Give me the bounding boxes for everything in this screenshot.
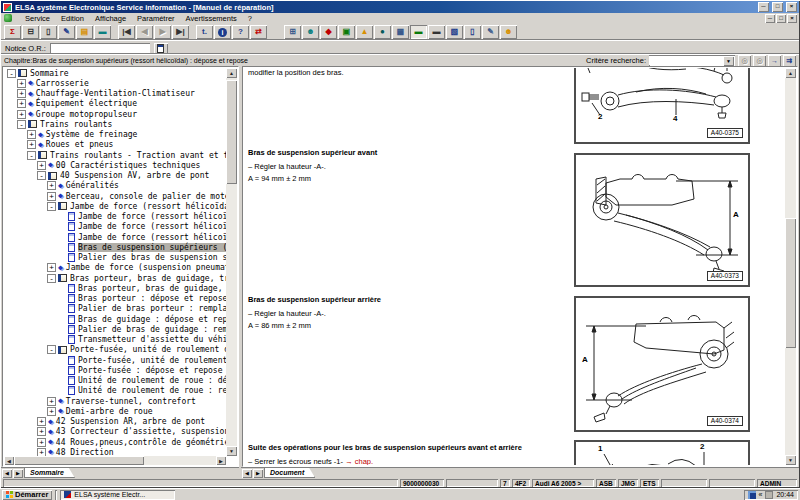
mdi-minimize-icon[interactable]: ─ xyxy=(765,14,775,23)
toolbar-customer-button[interactable]: ☻ xyxy=(302,25,319,39)
tree-item[interactable]: Unité de roulement de roue : rem xyxy=(4,386,226,396)
tree-item[interactable]: +◆Traverse-tunnel, contrefort xyxy=(4,396,226,406)
tree-item[interactable]: +◆Carrosserie xyxy=(4,78,226,88)
tree-item[interactable]: -Sommaire xyxy=(4,68,226,78)
document-vertical-scrollbar[interactable]: ▲ ▼ xyxy=(785,68,796,465)
tree-item[interactable]: +◆Berceau, console de palier de mote xyxy=(4,191,226,201)
document-scroll-thumb[interactable] xyxy=(785,218,796,348)
minimize-icon[interactable]: ─ xyxy=(758,2,769,12)
scroll-left-icon[interactable]: ◀ xyxy=(4,456,14,465)
tree-expand-toggle[interactable]: - xyxy=(47,274,56,283)
scroll-down-icon[interactable]: ▼ xyxy=(226,446,237,456)
tree-scroll-thumb[interactable] xyxy=(226,80,237,184)
search-combobox[interactable]: ▼ xyxy=(649,55,735,67)
tree-item[interactable]: Palier de bras de guidage : remp xyxy=(4,324,226,334)
toolbar-archive-button[interactable]: ▤ xyxy=(76,25,93,39)
tree-item[interactable]: +◆00 Caractéristiques techniques xyxy=(4,160,226,170)
tree-item[interactable]: +◆Généralités xyxy=(4,181,226,191)
toolbar-table-button[interactable]: ⊞ xyxy=(284,25,301,39)
tree-item[interactable]: -Trains roulants xyxy=(4,119,226,129)
tree-item[interactable]: Porte-fusée : dépose et repose xyxy=(4,365,226,375)
toolbar-vehicle-green-button[interactable]: ▬ xyxy=(410,25,427,39)
tree-expand-toggle[interactable]: + xyxy=(47,397,56,406)
tray-collapse-button[interactable]: « xyxy=(759,491,763,498)
tree-item[interactable]: -Porte-fusée, unité de roulement de xyxy=(4,345,226,355)
tree-item[interactable]: Jambe de force (ressort hélicoïd xyxy=(4,232,226,242)
tab-sommaire[interactable]: Sommaire xyxy=(24,468,75,478)
toolbar-monitor-button[interactable]: ▦ xyxy=(392,25,409,39)
toolbar-nav-prev-button[interactable]: ◀ xyxy=(136,25,153,39)
tree-expand-toggle[interactable]: + xyxy=(47,407,56,416)
toolbar-new-document-button[interactable]: ▯ xyxy=(40,25,57,39)
tree-item[interactable]: Bras de guidage : dépose et repo xyxy=(4,314,226,324)
search-goto-last-button[interactable]: ⇉ xyxy=(783,55,796,67)
toolbar-globe-button[interactable]: ● xyxy=(374,25,391,39)
scroll-down-icon[interactable]: ▼ xyxy=(785,455,796,465)
tree-expand-toggle[interactable]: + xyxy=(27,140,36,149)
tree-expand-toggle[interactable]: - xyxy=(47,202,56,211)
tree-item[interactable]: +◆Équipement électrique xyxy=(4,99,226,109)
tab-scroll-right-icon[interactable]: ▶ xyxy=(253,469,263,478)
tree-expand-toggle[interactable]: - xyxy=(7,69,16,78)
toolbar-nav-last-button[interactable]: ▶| xyxy=(172,25,189,39)
tree-item[interactable]: Bras porteur, bras de guidage, t xyxy=(4,283,226,293)
toolbar-page-button[interactable]: ▯ xyxy=(464,25,481,39)
menu-item-parametrer[interactable]: Paramétrer xyxy=(137,14,175,23)
tree-item[interactable]: Bras de suspension supérieurs (r xyxy=(4,242,226,252)
tree-expand-toggle[interactable]: + xyxy=(37,448,46,456)
tree-expand-toggle[interactable]: - xyxy=(47,345,56,354)
toolbar-info-button[interactable]: i xyxy=(214,25,231,39)
tree-expand-toggle[interactable]: + xyxy=(47,263,56,272)
chapter-link[interactable]: → chap. xyxy=(345,457,373,465)
scroll-right-icon[interactable]: ▶ xyxy=(216,456,226,465)
tab-scroll-right-icon[interactable]: ▶ xyxy=(13,469,23,478)
tray-hidden-icon[interactable] xyxy=(765,491,773,499)
tree-expand-toggle[interactable]: + xyxy=(37,438,46,447)
toolbar-vehicle-data-button[interactable]: ▬ xyxy=(94,25,111,39)
tree-item[interactable]: +◆Chauffage-Ventilation-Climatiseur xyxy=(4,89,226,99)
tab-document[interactable]: Document xyxy=(264,468,315,478)
scroll-up-icon[interactable]: ▲ xyxy=(226,68,237,78)
toolbar-transfer-button[interactable]: ⇄ xyxy=(250,25,267,39)
tree-hscroll-thumb[interactable] xyxy=(14,456,144,465)
toolbar-manuals-button[interactable]: ▧ xyxy=(446,25,463,39)
tree-item[interactable]: Jambe de force (ressort hélicoïd xyxy=(4,222,226,232)
mdi-restore-icon[interactable]: □ xyxy=(776,14,786,23)
tree-item[interactable]: +◆Groupe motopropulseur xyxy=(4,109,226,119)
maximize-icon[interactable]: □ xyxy=(772,2,783,12)
toolbar-vehicle-dark-button[interactable]: ▬ xyxy=(428,25,445,39)
mdi-close-icon[interactable]: × xyxy=(787,14,797,23)
tree-expand-toggle[interactable]: + xyxy=(17,79,26,88)
tree-item[interactable]: +◆Roues et pneus xyxy=(4,140,226,150)
tree-expand-toggle[interactable]: + xyxy=(17,89,26,98)
tree-expand-toggle[interactable]: + xyxy=(17,99,26,108)
tab-scroll-left-icon[interactable]: ◀ xyxy=(242,469,252,478)
tree-expand-toggle[interactable]: - xyxy=(37,171,46,180)
search-find-all-button[interactable]: ◎ xyxy=(753,55,766,67)
tree-item[interactable]: Jambe de force (ressort hélicoïd xyxy=(4,212,226,222)
tree-item[interactable]: -Bras porteur, bras de guidage, tra xyxy=(4,273,226,283)
toolbar-print-button[interactable]: ⊟ xyxy=(22,25,39,39)
toolbar-warnings-button[interactable]: ▲ xyxy=(356,25,373,39)
search-goto-next-button[interactable]: → xyxy=(768,55,781,67)
toolbar-wiring-diagrams-button[interactable]: ◆ xyxy=(320,25,337,39)
toolbar-text-size-button[interactable]: t. xyxy=(196,25,213,39)
tree-item[interactable]: +◆44 Roues,pneus,contrôle de géométrie xyxy=(4,437,226,447)
tab-scroll-left-icon[interactable]: ◀ xyxy=(2,469,12,478)
toolbar-exit-button[interactable]: Σ xyxy=(4,25,21,39)
toolbar-notes-button[interactable]: ✎ xyxy=(482,25,499,39)
tree-item[interactable]: Bras porteur : dépose et repose xyxy=(4,294,226,304)
search-find-button[interactable]: ◎ xyxy=(738,55,751,67)
scroll-up-icon[interactable]: ▲ xyxy=(785,68,796,78)
close-icon[interactable]: × xyxy=(786,2,797,12)
menu-item-affichage[interactable]: Affichage xyxy=(95,14,126,23)
tree-item[interactable]: +◆43 Correcteur d'assiette, suspension xyxy=(4,427,226,437)
tree-item[interactable]: -40 Suspension AV, arbre de pont xyxy=(4,171,226,181)
tree-item[interactable]: +◆Demi-arbre de roue xyxy=(4,406,226,416)
tree-expand-toggle[interactable]: + xyxy=(47,192,56,201)
menu-item-help[interactable]: ? xyxy=(248,14,252,23)
tree-item[interactable]: +◆Jambe de force (suspension pneumat xyxy=(4,263,226,273)
tree-item[interactable]: Palier des bras de suspension su xyxy=(4,253,226,263)
tree-expand-toggle[interactable]: - xyxy=(27,151,36,160)
tree-expand-toggle[interactable]: + xyxy=(27,130,36,139)
